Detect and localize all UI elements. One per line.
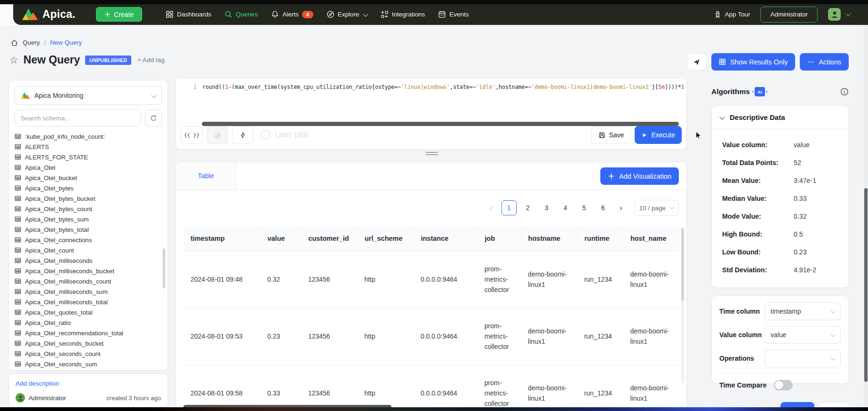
administrator-button[interactable]: Administrator [760,7,818,23]
code-token: 'demo-boomi-linux1|demo-boomi-linux2' [531,84,652,90]
page-button-1[interactable]: 1 [502,200,517,215]
schema-table-item[interactable]: Apica_Otel_ratio [15,317,162,328]
page-button-6[interactable]: 6 [596,200,611,215]
table-row[interactable]: 2024-08-01 09:580.33123456http0.0.0.0:94… [184,365,680,411]
time-compare-toggle[interactable] [774,380,793,390]
table-cell: demo-boomi-linux1 [623,252,680,308]
datasource-select[interactable]: Apica Monitoring [15,86,162,105]
table-row[interactable]: 2024-08-01 09:480.32123456http0.0.0.0:94… [184,252,680,308]
page-button-2[interactable]: 2 [520,200,535,215]
schema-table-item[interactable]: Apica_Otel_bytes [15,183,162,193]
schema-table-item[interactable]: Apica_Otel_seconds_bucket [15,338,162,348]
column-header-timestamp[interactable]: timestamp [184,226,261,252]
breadcrumb-current[interactable]: New Query [50,39,82,46]
column-header-instance[interactable]: instance [414,226,478,252]
page-button-5[interactable]: 5 [577,200,592,215]
schema-table-item[interactable]: Apica_Otel_count [15,245,162,255]
descriptive-data-header[interactable]: Descriptive Data [712,106,848,129]
column-header-hostname[interactable]: hostname [521,226,578,252]
schema-table-item[interactable]: Apica_Otel_recommendations_total [15,328,162,338]
calendar-icon [438,10,446,18]
schema-table-item[interactable]: Apica_Otel_bytes_count [15,204,162,214]
show-results-only-button[interactable]: Show Results Only [711,53,796,71]
app-tour-button[interactable]: App Tour [714,10,750,18]
table-cell: 2024-08-01 09:53 [184,308,261,365]
template-variables-button[interactable]: {{ }} [181,126,203,144]
page-button-4[interactable]: 4 [558,200,573,215]
tab-table[interactable]: Table [176,162,236,190]
quick-run-button[interactable] [232,126,254,144]
schema-table-item[interactable]: Apica_Otel [15,162,162,173]
schema-table-item[interactable]: Apica_Otel_seconds_sum [15,359,162,369]
schema-table-item[interactable]: Apica_Otel_milliseconds_bucket [15,266,162,276]
schema-table-item[interactable]: Apica_Otel_connections [15,235,162,245]
schema-table-item[interactable]: ALERTS_FOR_STATE [15,152,162,162]
user-avatar[interactable] [828,8,841,21]
schema-table-item[interactable]: Apica_Otel_milliseconds_sum [15,286,162,297]
column-header-job[interactable]: job [478,226,521,252]
stat-row: Mode Value:0.32 [722,207,840,225]
nav-item-events[interactable]: Events [438,10,469,18]
schema-table-item[interactable]: :kube_pod_info_node_count: [15,131,162,142]
breadcrumb-root[interactable]: Query [23,39,40,46]
column-header-customer_id[interactable]: customer_id [302,226,358,252]
nav-item-dashboards[interactable]: Dashboards [166,10,211,18]
schema-table-item[interactable]: Apica_Otel_milliseconds [15,255,162,266]
next-page-button[interactable]: › [614,200,628,215]
create-button[interactable]: Create [96,7,142,22]
limit-checkbox[interactable] [261,131,270,139]
refresh-schema-button[interactable] [145,110,162,126]
code-token: -(max_over_time(system_cpu_utilization_r… [228,84,401,90]
schema-table-item[interactable]: Apica_Otel_bytes_total [15,224,162,235]
schema-table-item[interactable]: Apica_Otel_quotes_total [15,307,162,317]
schema-table-item[interactable]: Apica_Otel_milliseconds_count [15,276,162,286]
schema-table-name: Apica_Otel_bytes_count [25,206,92,213]
split-drag-handle[interactable] [426,152,438,156]
save-button[interactable]: Save [591,126,631,144]
algo-fields: Time columntimestampValue columnvalueOpe… [719,302,841,367]
home-icon[interactable] [10,39,18,47]
actions-button[interactable]: Actions [800,53,849,71]
select-time-column[interactable]: timestamp [764,302,841,320]
add-visualization-button[interactable]: Add Visualization [600,167,679,185]
schema-table-item[interactable]: ALERTS [15,142,162,152]
schema-table-item[interactable]: Apica_Otel_milliseconds_total [15,297,162,307]
nav-item-explore[interactable]: Explore [326,10,367,18]
schema-table-item[interactable]: Apica_Otel_bytes_sum [15,214,162,224]
page-scrollbar-thumb[interactable] [864,188,868,382]
format-query-button[interactable] [207,126,228,144]
add-description-link[interactable]: Add description [16,380,161,387]
line-number: 1 [176,84,197,90]
column-header-runtime[interactable]: runtime [578,226,624,252]
results-vertical-scrollbar-thumb[interactable] [681,228,684,301]
schema-table-item[interactable]: Apica_Otel_bytes_bucket [15,193,162,204]
schema-table-item[interactable]: Apica_Otel_bucket [15,173,162,183]
page-scrollbar-track[interactable] [864,25,868,407]
favorite-star-icon[interactable]: ☆ [9,55,18,65]
select-operations[interactable] [764,349,841,367]
schema-table-item[interactable]: Apica_Otel_seconds_count [15,348,162,359]
select-value-column[interactable]: value [764,326,841,344]
column-header-url_scheme[interactable]: url_scheme [358,226,414,252]
brand-logo[interactable]: Apica. [22,8,75,22]
execute-button[interactable]: Execute [635,126,682,144]
query-code-line[interactable]: round((1-(max_over_time(system_cpu_utili… [202,84,684,90]
created-timestamp: created 3 hours ago [106,395,161,402]
info-icon[interactable] [840,87,849,96]
column-header-value[interactable]: value [261,226,302,252]
table-cell: 0.33 [261,365,302,411]
column-header-host_name[interactable]: host_name [623,226,680,252]
search-schema-input[interactable] [15,110,141,126]
nav-item-alerts[interactable]: Alerts4 [271,10,313,18]
page-size-select[interactable]: 10 / page [634,200,679,216]
table-row[interactable]: 2024-08-01 09:530.23123456http0.0.0.0:94… [184,308,680,365]
nav-item-integrations[interactable]: Integrations [381,10,425,18]
share-button[interactable] [687,53,707,71]
schema-table-item[interactable]: Apica_Otel_seconds_total [15,369,162,371]
schema-list-scrollbar[interactable] [163,248,165,288]
previous-page-button[interactable]: ‹ [485,200,498,215]
nav-item-queries[interactable]: Queries [224,10,258,18]
page-button-3[interactable]: 3 [539,200,554,215]
chevron-down-icon[interactable] [845,11,851,16]
add-tag-link[interactable]: + Add tag [137,56,164,63]
